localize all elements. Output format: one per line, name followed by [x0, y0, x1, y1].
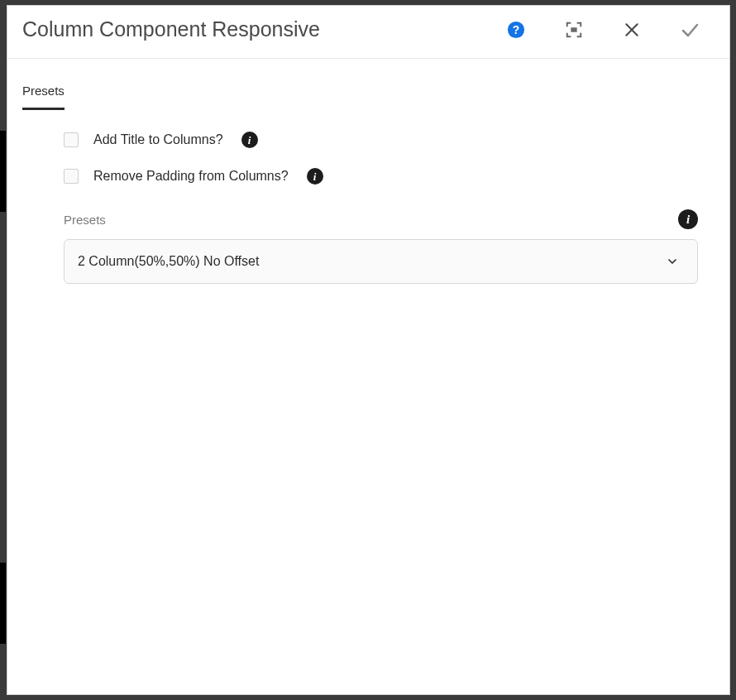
presets-select[interactable]: 2 Column(50%,50%) No Offset	[64, 239, 698, 284]
dialog-body: Presets Add Title to Columns? i Remove P…	[7, 59, 729, 694]
header-actions: ?	[488, 18, 714, 41]
remove-padding-row: Remove Padding from Columns? i	[64, 168, 714, 185]
tab-bar: Presets	[22, 84, 714, 110]
dialog-title: Column Component Responsive	[22, 17, 488, 41]
info-icon[interactable]: i	[241, 132, 258, 148]
dialog: Column Component Responsive ?	[7, 5, 730, 695]
presets-form: Add Title to Columns? i Remove Padding f…	[22, 110, 714, 284]
dialog-header: Column Component Responsive ?	[7, 6, 729, 59]
presets-field: Presets i 2 Column(50%,50%) No Offset	[64, 209, 714, 284]
presets-select-value: 2 Column(50%,50%) No Offset	[78, 254, 259, 269]
remove-padding-label: Remove Padding from Columns?	[93, 169, 289, 184]
confirm-icon[interactable]	[678, 18, 701, 41]
help-icon[interactable]: ?	[504, 18, 528, 41]
chevron-down-icon	[666, 255, 679, 268]
window-frame-marks	[0, 0, 7, 700]
tab-presets[interactable]: Presets	[22, 84, 65, 110]
info-icon[interactable]: i	[678, 209, 698, 229]
svg-text:?: ?	[513, 23, 519, 36]
close-icon[interactable]	[620, 18, 643, 41]
fullscreen-icon[interactable]	[562, 18, 585, 41]
remove-padding-checkbox[interactable]	[64, 169, 79, 184]
presets-label-row: Presets i	[64, 209, 714, 229]
add-title-checkbox[interactable]	[64, 132, 79, 147]
presets-label: Presets	[64, 213, 106, 227]
svg-rect-2	[571, 27, 576, 32]
add-title-row: Add Title to Columns? i	[64, 132, 714, 148]
add-title-label: Add Title to Columns?	[93, 132, 223, 147]
info-icon[interactable]: i	[307, 168, 323, 185]
